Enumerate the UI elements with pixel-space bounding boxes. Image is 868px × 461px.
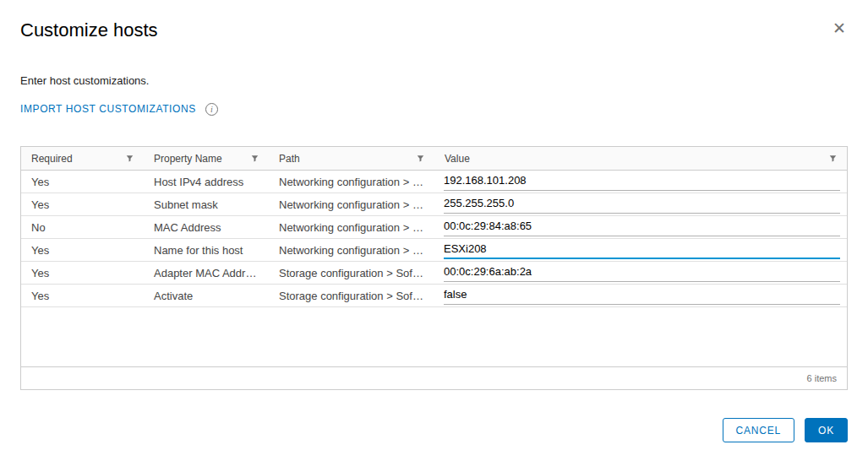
table-footer: 6 items [21,367,847,389]
required-cell: Yes [21,290,144,302]
info-icon[interactable]: i [205,103,218,116]
cancel-button[interactable]: CANCEL [723,418,794,442]
dialog-subtitle: Enter host customizations. [20,74,848,87]
value-input[interactable] [444,241,840,259]
filter-icon[interactable] [829,155,837,162]
required-cell: Yes [21,198,144,211]
column-header-property-name: Property Name [144,147,269,170]
value-input[interactable] [444,173,840,191]
table-row: Yes Host IPv4 address Networking configu… [21,171,847,193]
column-header-label: Required [31,153,73,165]
table-empty-area [21,307,847,367]
table-row: Yes Subnet mask Networking configuration… [21,193,847,216]
path-cell: Networking configuration > N... [269,244,434,257]
required-cell: No [21,221,144,234]
path-cell: Storage configuration > Soft... [269,267,434,279]
value-cell [434,173,847,191]
items-count: 6 items [807,373,837,383]
table-row: Yes Activate Storage configuration > Sof… [21,285,847,307]
table-row: No MAC Address Networking configuration … [21,216,847,239]
filter-icon[interactable] [126,155,134,162]
property-name-cell: Adapter MAC Addre... [144,267,269,279]
value-input[interactable] [444,264,840,282]
value-input[interactable] [444,219,840,236]
property-name-cell: Host IPv4 address [144,176,269,188]
ok-button[interactable]: OK [805,418,848,442]
column-header-label: Property Name [154,153,222,165]
required-cell: Yes [21,176,144,188]
column-header-required: Required [21,147,144,170]
dialog-header: Customize hosts ✕ [0,0,868,42]
column-header-value: Value [434,147,847,170]
table-body: Yes Host IPv4 address Networking configu… [21,171,847,307]
filter-icon[interactable] [251,155,259,162]
table-header-row: Required Property Name Path Value [21,147,847,171]
path-cell: Networking configuration > H... [269,198,434,211]
import-host-customizations-link[interactable]: IMPORT HOST CUSTOMIZATIONS [20,103,196,115]
property-name-cell: Subnet mask [144,198,269,211]
value-input[interactable] [444,287,840,305]
table-row: Yes Adapter MAC Addre... Storage configu… [21,262,847,285]
table-row: Yes Name for this host Networking config… [21,239,847,262]
dialog-actions: CANCEL OK [723,418,848,442]
property-name-cell: Activate [144,290,269,302]
value-cell [434,264,847,282]
value-input[interactable] [444,196,840,214]
close-icon[interactable]: ✕ [831,19,848,38]
value-cell [434,241,847,259]
value-cell [434,287,847,305]
value-cell [434,219,847,236]
value-cell [434,196,847,214]
filter-icon[interactable] [417,155,424,162]
path-cell: Networking configuration > H... [269,176,434,188]
page-title: Customize hosts [20,19,158,42]
column-header-label: Path [279,153,300,165]
required-cell: Yes [21,267,144,279]
path-cell: Networking configuration > H... [269,221,434,234]
property-name-cell: Name for this host [144,244,269,257]
column-header-path: Path [269,147,434,170]
import-row: IMPORT HOST CUSTOMIZATIONS i [20,102,848,116]
path-cell: Storage configuration > Soft... [269,290,434,302]
required-cell: Yes [21,244,144,257]
property-name-cell: MAC Address [144,221,269,234]
host-customizations-table: Required Property Name Path Value Yes [20,146,848,390]
column-header-label: Value [445,153,470,165]
